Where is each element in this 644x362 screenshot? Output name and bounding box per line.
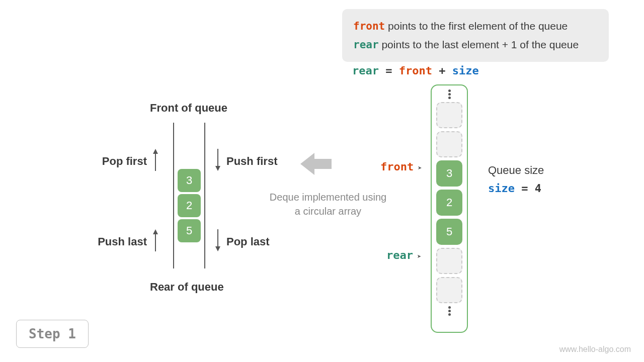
array-slot-empty bbox=[436, 131, 462, 157]
watermark: www.hello-algo.com bbox=[559, 345, 631, 354]
rear-keyword: rear bbox=[353, 39, 379, 51]
pop-first-label: Pop first bbox=[78, 148, 159, 175]
array-slot-fill: 5 bbox=[436, 219, 462, 245]
formula-plus: + bbox=[432, 64, 452, 77]
info-line-front: front points to the first element of the… bbox=[353, 17, 598, 36]
front-pointer-label: front➤ bbox=[380, 160, 422, 173]
front-keyword: front bbox=[353, 20, 385, 32]
caption-line: Deque implemented using bbox=[263, 190, 393, 204]
caption: Deque implemented using a circular array bbox=[263, 190, 393, 218]
front-desc: points to the first element of the queue bbox=[388, 20, 568, 32]
queue-pipe: 3 2 5 bbox=[173, 123, 205, 268]
push-first-label: Push first bbox=[214, 148, 305, 175]
array-slot-empty bbox=[436, 277, 462, 303]
arrow-down-icon bbox=[214, 228, 221, 255]
array-slot-empty bbox=[436, 102, 462, 128]
array-slot-empty bbox=[436, 248, 462, 274]
pointer-icon: ➤ bbox=[417, 252, 421, 260]
queue-size-expr: size = 4 bbox=[488, 182, 544, 195]
step-badge: Step 1 bbox=[16, 320, 89, 348]
queue-size-area: Queue size size = 4 bbox=[488, 164, 544, 195]
push-last-label: Push last bbox=[78, 228, 159, 255]
formula: rear = front + size bbox=[352, 64, 479, 77]
deque-cell: 2 bbox=[178, 194, 201, 217]
formula-eq: = bbox=[379, 64, 399, 77]
info-box: front points to the first element of the… bbox=[342, 9, 609, 62]
formula-size: size bbox=[452, 64, 479, 77]
big-left-arrow-icon bbox=[300, 151, 333, 177]
rear-of-queue-label: Rear of queue bbox=[150, 281, 224, 294]
deque-cell: 5 bbox=[178, 219, 201, 242]
arrow-up-icon bbox=[152, 228, 159, 255]
arrow-up-icon bbox=[152, 148, 159, 175]
info-line-rear: rear points to the last element + 1 of t… bbox=[353, 36, 598, 54]
pointer-icon: ➤ bbox=[418, 164, 422, 172]
queue-size-title: Queue size bbox=[488, 164, 544, 177]
front-of-queue-label: Front of queue bbox=[150, 102, 227, 115]
rear-pointer-label: rear➤ bbox=[386, 249, 421, 261]
array-slot-fill: 2 bbox=[436, 190, 462, 216]
rear-desc: points to the last element + 1 of the qu… bbox=[381, 39, 579, 50]
deque-cell: 3 bbox=[178, 169, 201, 192]
vdots-icon bbox=[448, 89, 451, 99]
size-keyword: size bbox=[488, 182, 515, 195]
vdots-icon bbox=[448, 306, 451, 316]
circular-array: 3 2 5 bbox=[431, 84, 468, 333]
array-slot-fill: 3 bbox=[436, 160, 462, 187]
caption-line: a circular array bbox=[263, 204, 393, 218]
formula-front: front bbox=[399, 64, 432, 77]
pop-last-label: Pop last bbox=[214, 228, 305, 255]
formula-rear: rear bbox=[352, 64, 379, 77]
arrow-down-icon bbox=[214, 148, 221, 175]
